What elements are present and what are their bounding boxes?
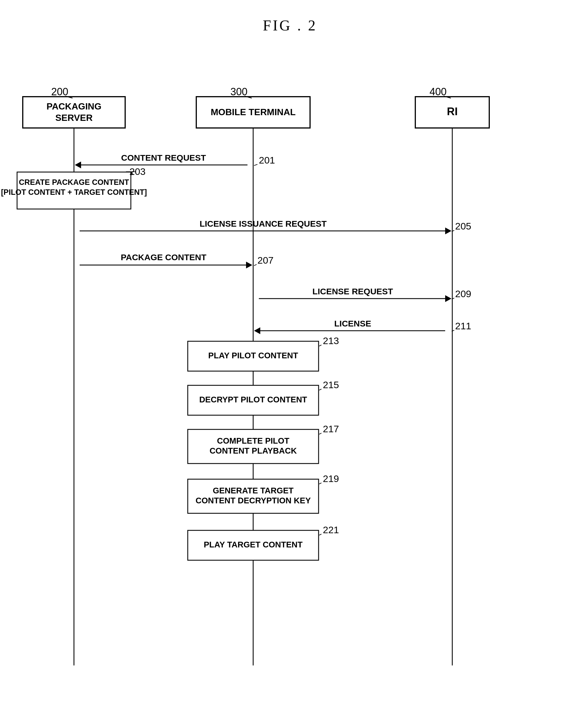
svg-line-65: [319, 483, 322, 484]
svg-text:PACKAGING: PACKAGING: [46, 101, 101, 111]
svg-text:CONTENT DECRYPTION KEY: CONTENT DECRYPTION KEY: [196, 496, 311, 505]
svg-line-37: [254, 264, 257, 266]
svg-text:MOBILE TERMINAL: MOBILE TERMINAL: [211, 107, 296, 117]
svg-text:221: 221: [323, 524, 339, 535]
svg-text:PLAY PILOT CONTENT: PLAY PILOT CONTENT: [208, 351, 298, 360]
svg-marker-35: [246, 262, 252, 268]
svg-text:219: 219: [323, 473, 339, 484]
page-title: FIG . 2: [0, 0, 580, 40]
svg-text:PACKAGE CONTENT: PACKAGE CONTENT: [121, 253, 206, 262]
svg-text:CREATE PACKAGE CONTENT: CREATE PACKAGE CONTENT: [19, 178, 129, 186]
svg-text:COMPLETE PILOT: COMPLETE PILOT: [217, 436, 289, 445]
svg-text:207: 207: [257, 255, 274, 266]
svg-line-69: [319, 534, 322, 535]
svg-text:RI: RI: [447, 105, 458, 118]
svg-line-51: [319, 345, 322, 346]
svg-text:PLAY TARGET CONTENT: PLAY TARGET CONTENT: [204, 540, 303, 549]
svg-text:LICENSE: LICENSE: [334, 319, 371, 328]
svg-marker-40: [445, 295, 451, 302]
svg-line-55: [319, 389, 322, 390]
diagram: PACKAGING SERVER 200 MOBILE TERMINAL 300…: [0, 40, 580, 722]
svg-marker-18: [75, 161, 81, 168]
svg-text:LICENSE ISSUANCE REQUEST: LICENSE ISSUANCE REQUEST: [200, 219, 327, 228]
svg-text:200: 200: [51, 86, 68, 98]
svg-text:400: 400: [430, 86, 447, 98]
svg-marker-30: [445, 228, 451, 234]
svg-text:CONTENT PLAYBACK: CONTENT PLAYBACK: [210, 446, 297, 455]
svg-text:201: 201: [259, 155, 275, 165]
svg-text:205: 205: [455, 221, 471, 232]
svg-text:GENERATE TARGET: GENERATE TARGET: [213, 486, 294, 495]
svg-line-20: [254, 164, 257, 165]
svg-text:213: 213: [323, 335, 339, 346]
svg-text:DECRYPT PILOT CONTENT: DECRYPT PILOT CONTENT: [199, 395, 307, 404]
svg-marker-45: [254, 327, 260, 334]
svg-text:215: 215: [323, 379, 339, 390]
svg-text:211: 211: [455, 320, 471, 331]
svg-text:209: 209: [455, 288, 471, 299]
svg-text:—: —: [126, 165, 136, 176]
svg-line-60: [319, 433, 322, 434]
svg-text:LICENSE REQUEST: LICENSE REQUEST: [312, 287, 393, 296]
svg-text:217: 217: [323, 423, 339, 434]
svg-text:[PILOT CONTENT + TARGET CONTEN: [PILOT CONTENT + TARGET CONTENT]: [1, 188, 147, 197]
svg-text:CONTENT REQUEST: CONTENT REQUEST: [121, 153, 206, 162]
svg-text:SERVER: SERVER: [55, 113, 93, 123]
svg-text:300: 300: [230, 86, 248, 98]
